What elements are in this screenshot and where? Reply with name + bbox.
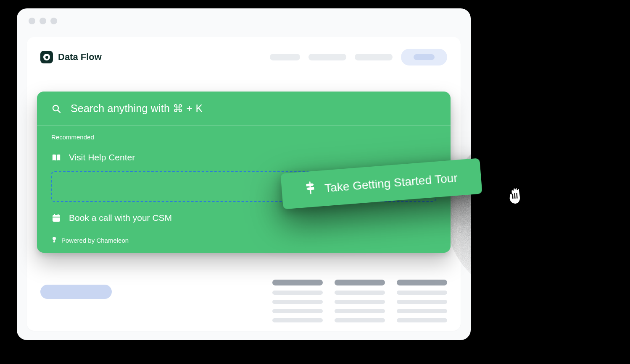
brand-name: Data Flow (58, 52, 102, 63)
page-header: Data Flow (40, 49, 447, 65)
nav-placeholder (270, 49, 447, 65)
brand: Data Flow (40, 51, 102, 63)
window-controls (17, 8, 471, 29)
chameleon-icon (51, 236, 57, 244)
window-dot-minimize[interactable] (40, 18, 46, 24)
svg-rect-7 (58, 214, 59, 216)
grab-cursor-icon (503, 181, 530, 211)
skeleton-column (335, 280, 385, 322)
svg-line-12 (517, 194, 517, 198)
calendar-icon (51, 214, 61, 222)
recommended-item-label: Visit Help Center (69, 152, 135, 162)
nav-cta-placeholder[interactable] (401, 49, 447, 65)
book-icon (51, 153, 61, 162)
recommended-item-help-center[interactable]: Visit Help Center (51, 148, 436, 167)
decorative-grain-shadow (445, 126, 618, 306)
skeleton-content (40, 280, 447, 322)
skeleton-column (272, 280, 323, 322)
nav-link-placeholder[interactable] (270, 54, 300, 60)
recommended-item-book-call[interactable]: Book a call with your CSM (51, 209, 436, 227)
svg-line-10 (513, 194, 513, 199)
svg-rect-6 (54, 214, 55, 216)
palette-footer-text: Powered by Chameleon (61, 237, 129, 244)
nav-link-placeholder[interactable] (308, 54, 346, 60)
svg-line-2 (58, 110, 60, 112)
brand-logo-icon (40, 51, 53, 63)
signpost-icon (305, 181, 316, 197)
search-row[interactable]: Search anything with ⌘ + K (37, 92, 451, 126)
nav-link-placeholder[interactable] (355, 54, 393, 60)
section-label-recommended: Recommended (51, 134, 436, 141)
window-dot-close[interactable] (29, 18, 35, 24)
recommended-item-label: Book a call with your CSM (69, 213, 172, 223)
skeleton-column (397, 280, 447, 322)
floating-item-label: Take Getting Started Tour (324, 171, 458, 195)
svg-rect-5 (53, 217, 60, 217)
svg-line-11 (515, 194, 515, 198)
search-icon (51, 104, 61, 114)
skeleton-cta-placeholder (40, 285, 112, 299)
svg-point-8 (53, 237, 56, 240)
window-dot-maximize[interactable] (50, 18, 57, 24)
palette-footer: Powered by Chameleon (37, 230, 451, 253)
search-placeholder: Search anything with ⌘ + K (71, 102, 203, 115)
